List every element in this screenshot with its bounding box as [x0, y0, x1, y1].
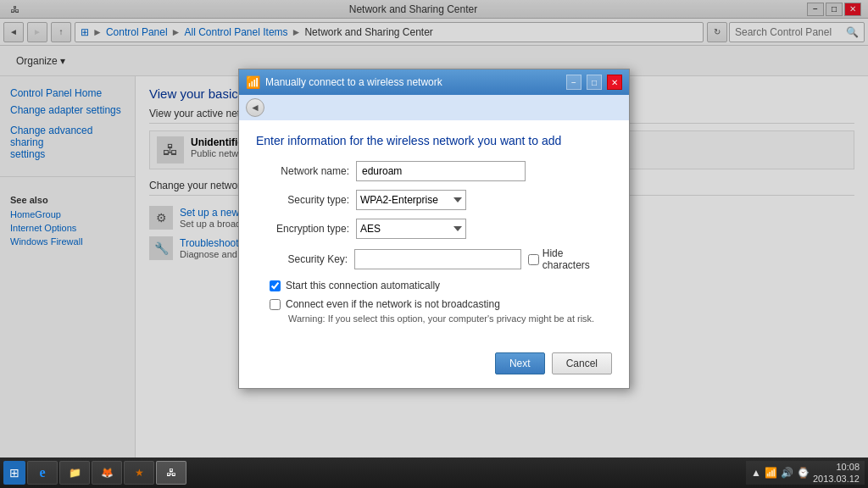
clock-date: 2013.03.12	[813, 473, 860, 485]
tray-network-icon[interactable]: 📶	[765, 467, 777, 479]
start-auto-label: Start this connection automatically	[286, 280, 440, 291]
network-taskbar-icon: 🖧	[166, 467, 176, 479]
network-name-input[interactable]	[356, 161, 526, 181]
taskbar-explorer[interactable]: 📁	[59, 461, 90, 485]
security-key-input[interactable]	[354, 249, 521, 269]
tray-clock-icon: ⌚	[797, 467, 810, 479]
taskbar-app3[interactable]: ★	[124, 461, 154, 485]
start-auto-checkbox[interactable]	[270, 280, 281, 291]
dialog-heading: Enter information for the wireless netwo…	[256, 134, 612, 147]
network-name-row: Network name:	[256, 161, 612, 181]
dialog-back-bar: ◄	[239, 95, 629, 120]
wireless-dialog: 📶 Manually connect to a wireless network…	[238, 69, 630, 389]
warning-text: Warning: If you select this option, your…	[288, 313, 612, 324]
firefox-icon: 🦊	[101, 467, 114, 479]
security-key-controls: Hide characters	[354, 247, 612, 271]
encryption-type-row: Encryption type: AES TKIP	[256, 219, 612, 239]
taskbar-network[interactable]: 🖧	[156, 461, 186, 485]
dialog-minimize-button[interactable]: −	[566, 75, 581, 90]
next-button[interactable]: Next	[495, 352, 545, 374]
app3-icon: ★	[135, 467, 144, 479]
ie-icon: e	[39, 465, 45, 480]
connect-even-row: Connect even if the network is not broad…	[270, 298, 612, 310]
security-type-select[interactable]: WPA2-Enterprise Open WEP WPA2-Personal 8…	[356, 190, 466, 210]
dialog-close-button[interactable]: ✕	[607, 75, 622, 90]
dialog-title: Manually connect to a wireless network	[265, 76, 561, 88]
tray-volume-icon[interactable]: 🔊	[781, 467, 793, 479]
dialog-content: Enter information for the wireless netwo…	[239, 120, 629, 344]
folder-icon: 📁	[69, 467, 81, 479]
dialog-footer: Next Cancel	[239, 344, 629, 388]
network-name-label: Network name:	[256, 165, 349, 177]
tray-arrow-icon[interactable]: ▲	[751, 467, 761, 479]
dialog-maximize-button[interactable]: □	[587, 75, 602, 90]
dialog-title-bar: 📶 Manually connect to a wireless network…	[239, 69, 629, 95]
system-clock[interactable]: 10:08 2013.03.12	[813, 461, 860, 485]
security-type-label: Security type:	[256, 194, 349, 206]
clock-time: 10:08	[813, 461, 860, 473]
system-tray: ▲ 📶 🔊 ⌚ 10:08 2013.03.12	[746, 461, 865, 485]
start-auto-row: Start this connection automatically	[270, 280, 612, 291]
security-type-row: Security type: WPA2-Enterprise Open WEP …	[256, 190, 612, 210]
security-key-label: Security Key:	[256, 253, 348, 265]
security-key-row: Security Key: Hide characters	[256, 247, 612, 271]
encryption-type-label: Encryption type:	[256, 223, 349, 235]
taskbar-ie[interactable]: e	[27, 461, 58, 485]
cancel-button[interactable]: Cancel	[552, 352, 612, 374]
connect-even-label: Connect even if the network is not broad…	[286, 298, 500, 310]
connect-even-checkbox[interactable]	[270, 299, 281, 310]
taskbar-firefox[interactable]: 🦊	[92, 461, 122, 485]
encryption-type-select[interactable]: AES TKIP	[356, 219, 466, 239]
taskbar: ⊞ e 📁 🦊 ★ 🖧 ▲ 📶 🔊 ⌚ 10:08 2013.03.12	[0, 458, 868, 488]
hide-characters-group: Hide characters	[528, 247, 612, 271]
dialog-wifi-icon: 📶	[246, 75, 260, 89]
dialog-back-button[interactable]: ◄	[246, 98, 264, 117]
hide-characters-label: Hide characters	[542, 247, 612, 271]
dialog-overlay: 📶 Manually connect to a wireless network…	[0, 0, 868, 458]
hide-characters-checkbox[interactable]	[528, 254, 539, 265]
start-button[interactable]: ⊞	[3, 461, 25, 485]
